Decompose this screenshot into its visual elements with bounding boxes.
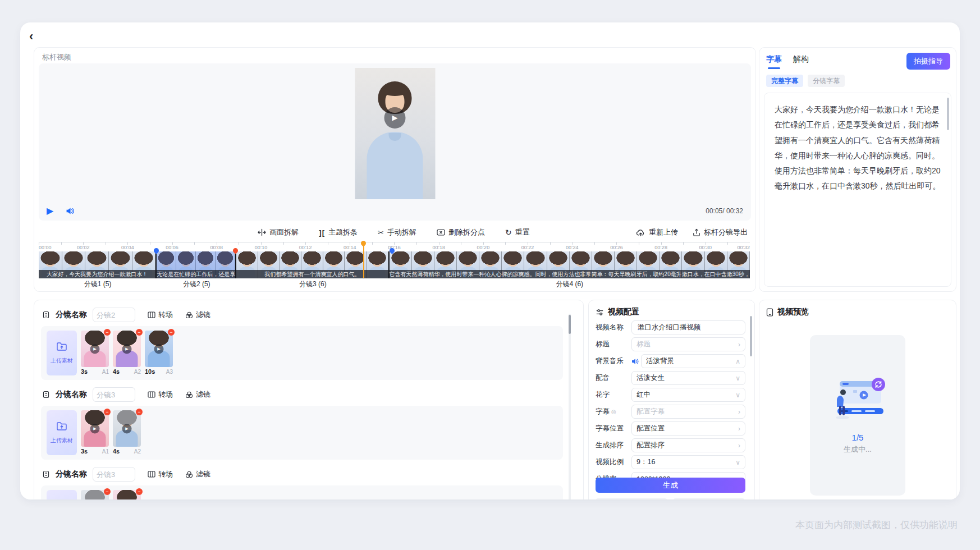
shots-scrollbar[interactable]: [569, 315, 571, 334]
upload-material-button[interactable]: 上传素材: [47, 331, 77, 375]
clip-tag: A1: [102, 369, 109, 375]
manual-split-button[interactable]: ✂手动拆解: [378, 227, 416, 237]
segment-label: 分镜2 (5): [157, 279, 236, 289]
shot-name-input[interactable]: [93, 308, 135, 322]
play-overlay-icon[interactable]: ▶: [384, 107, 406, 129]
clip-item[interactable]: −▶4sA2: [113, 410, 141, 455]
tab-deconstruct[interactable]: 解构: [793, 54, 809, 68]
transition-button[interactable]: 转场: [148, 469, 173, 479]
playhead[interactable]: [363, 242, 364, 278]
delete-split-point-button[interactable]: 删除拆分点: [437, 227, 485, 237]
config-select[interactable]: 活泼背景∧: [641, 354, 745, 368]
remove-clip-button[interactable]: −: [104, 329, 111, 336]
clip-thumbnail[interactable]: −▶: [113, 490, 141, 499]
player-controls: ▶ 00:05/ 00:32: [39, 201, 751, 221]
clip-item[interactable]: −▶: [113, 490, 141, 499]
remove-clip-button[interactable]: −: [104, 488, 111, 495]
config-select[interactable]: 配置字幕›: [631, 405, 745, 419]
video-player[interactable]: ▶ ▶ 00:05/ 00:32: [39, 63, 751, 221]
config-scrollbar[interactable]: [750, 316, 752, 356]
config-select[interactable]: 标题›: [631, 337, 745, 351]
upload-material-button[interactable]: 上传素材: [47, 410, 77, 455]
transition-button[interactable]: 转场: [148, 310, 173, 320]
topic-split-button[interactable]: ][主题拆条: [319, 227, 358, 237]
timeline-segment[interactable]: 大家好，今天我要为您介绍一款漱口水！: [39, 251, 157, 278]
shot-section: 分镜名称转场滤镜上传素材−▶−▶: [34, 466, 583, 499]
timeline-segment[interactable]: 无论是在忙碌的工作后，还是享受美食过后，: [157, 251, 236, 278]
clip-item[interactable]: −▶4sA2: [113, 331, 141, 375]
chip-full-subtitle[interactable]: 完整字幕: [766, 75, 803, 87]
generate-button[interactable]: 生成: [596, 478, 745, 493]
play-overlay-icon: ▶: [154, 344, 164, 354]
remove-clip-button[interactable]: −: [104, 409, 111, 415]
config-select[interactable]: 配置排序›: [631, 438, 745, 452]
clip-meta: 3sA1: [81, 447, 109, 455]
clip-meta: 3sA1: [81, 368, 109, 375]
benchmark-video-title: 标杆视频: [42, 52, 71, 62]
config-row: 字幕◎配置字幕›: [596, 405, 745, 419]
clip-duration: 4s: [113, 448, 120, 455]
tab-subtitle[interactable]: 字幕: [766, 54, 782, 68]
storyboard-icon: [42, 311, 50, 319]
config-input[interactable]: [631, 320, 745, 334]
chevron-down-icon: ∨: [735, 391, 740, 399]
clip-thumbnail[interactable]: −▶: [145, 331, 173, 367]
config-select[interactable]: 红中∨: [631, 388, 745, 402]
chevron-up-icon: ∧: [735, 358, 740, 365]
remove-clip-button[interactable]: −: [168, 329, 175, 336]
filter-button[interactable]: 滤镜: [185, 389, 210, 400]
back-button[interactable]: ‹: [29, 30, 33, 43]
music-speaker-icon: [631, 358, 639, 365]
clip-item[interactable]: −▶3sA1: [81, 410, 109, 455]
timeline-segment[interactable]: 它含有天然薄荷精华，使用时带来一种沁人心脾的凉爽感。同时，使用方法也非常简单：每…: [390, 251, 750, 278]
clip-item[interactable]: −▶: [81, 490, 109, 499]
remove-clip-button[interactable]: −: [136, 329, 143, 336]
filter-icon: [185, 391, 193, 398]
remove-clip-button[interactable]: −: [136, 409, 143, 415]
ruler-label: 00:10: [255, 245, 268, 250]
reset-button[interactable]: ↻重置: [505, 227, 530, 237]
chevron-right-icon: ›: [738, 341, 740, 349]
shot-name-input[interactable]: [93, 387, 135, 402]
filter-button[interactable]: 滤镜: [185, 469, 210, 479]
timeline-segment[interactable]: 我们都希望拥有一个清爽宜人的口气。: [236, 251, 389, 278]
export-storyboard-button[interactable]: 标杆分镜导出: [693, 227, 748, 237]
shooting-guide-button[interactable]: 拍摄指导: [906, 53, 950, 70]
sliders-icon: [596, 308, 604, 317]
clip-thumbnail[interactable]: −▶: [81, 410, 109, 447]
clip-item[interactable]: −▶10sA3: [145, 331, 173, 375]
shots-panel: 分镜名称转场滤镜上传素材−▶3sA1−▶4sA2−▶10sA3分镜名称转场滤镜上…: [34, 300, 584, 499]
split-frame-button[interactable]: 画面拆解: [258, 227, 299, 237]
transition-button[interactable]: 转场: [148, 389, 173, 400]
brackets-icon: ][: [319, 229, 325, 236]
clip-thumbnail[interactable]: −▶: [113, 331, 141, 367]
remove-clip-button[interactable]: −: [136, 488, 143, 495]
config-input-field[interactable]: [636, 323, 740, 332]
upload-material-button[interactable]: 上传素材: [47, 490, 77, 499]
folder-upload-icon: [56, 421, 67, 433]
shot-name-input[interactable]: [93, 467, 135, 482]
shot-section: 分镜名称转场滤镜上传素材−▶3sA1−▶4sA2: [34, 387, 583, 460]
volume-icon[interactable]: [66, 207, 75, 215]
config-select[interactable]: 9：16∨: [631, 455, 745, 469]
clip-item[interactable]: −▶3sA1: [81, 331, 109, 375]
play-button[interactable]: ▶: [47, 207, 53, 216]
scissors-icon: ✂: [378, 229, 384, 236]
storyboard-icon: [42, 470, 50, 478]
clip-thumbnail[interactable]: −▶: [81, 490, 109, 499]
video-config-panel: 视频配置 视频名称标题标题›背景音乐活泼背景∧配音活泼女生∨花字红中∨字幕◎配置…: [588, 300, 755, 499]
config-select[interactable]: 配置位置›: [631, 421, 745, 436]
subtitle-scrollbar[interactable]: [947, 98, 949, 130]
config-label: 配音: [596, 373, 631, 383]
clip-thumbnail[interactable]: −▶: [81, 331, 109, 367]
chip-shot-subtitle[interactable]: 分镜字幕: [808, 75, 845, 87]
clip-thumbnail[interactable]: −▶: [113, 410, 141, 447]
config-select[interactable]: 活泼女生∨: [631, 371, 745, 385]
segment-caption: 无论是在忙碌的工作后，还是享受美食过后，: [157, 270, 235, 278]
filter-button[interactable]: 滤镜: [185, 310, 210, 320]
clip-meta: 4sA2: [113, 447, 141, 455]
video-preview-title: 视频预览: [777, 307, 809, 317]
manual-split-label: 手动拆解: [387, 227, 416, 237]
reupload-button[interactable]: 重新上传: [636, 227, 678, 237]
config-label: 视频名称: [596, 323, 631, 332]
